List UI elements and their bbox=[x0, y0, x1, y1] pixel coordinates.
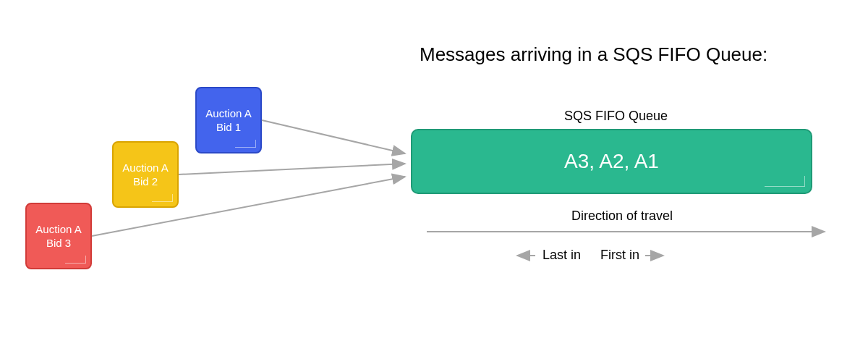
first-in-label: First in bbox=[600, 248, 639, 263]
diagram-title: Messages arriving in a SQS FIFO Queue: bbox=[420, 43, 767, 66]
bid2-line2: Bid 2 bbox=[133, 175, 158, 188]
bid1-line2: Bid 1 bbox=[216, 121, 241, 133]
bid1-line1: Auction A bbox=[205, 107, 251, 119]
bid-box-3: Auction A Bid 3 bbox=[25, 203, 92, 269]
queue-label: SQS FIFO Queue bbox=[564, 109, 668, 124]
queue-content: A3, A2, A1 bbox=[564, 150, 659, 173]
bid3-line2: Bid 3 bbox=[46, 237, 71, 249]
queue-box: A3, A2, A1 bbox=[411, 129, 812, 194]
bid3-line1: Auction A bbox=[35, 223, 81, 235]
arrow-bid1-to-queue bbox=[262, 120, 405, 153]
last-in-label: Last in bbox=[542, 248, 581, 263]
bid-box-2: Auction A Bid 2 bbox=[112, 141, 179, 208]
arrow-bid2-to-queue bbox=[179, 164, 405, 174]
direction-of-travel-label: Direction of travel bbox=[571, 209, 673, 224]
bid2-line1: Auction A bbox=[122, 161, 168, 174]
bid-box-1: Auction A Bid 1 bbox=[195, 87, 262, 153]
